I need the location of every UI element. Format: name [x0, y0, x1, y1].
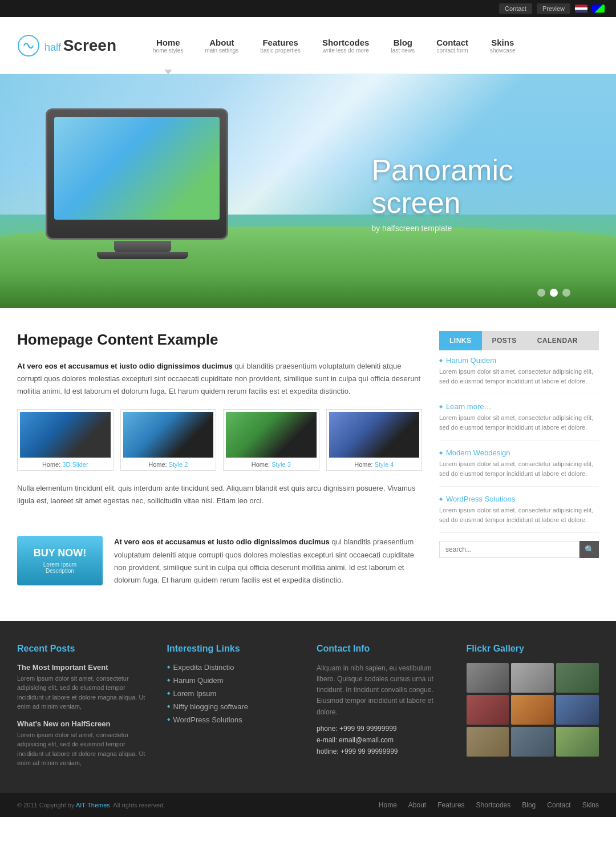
footer-link-0[interactable]: Expedita Distinctio — [167, 663, 300, 672]
footer-bottom: © 2011 Copyright by AIT-Themes. All righ… — [0, 793, 616, 817]
contact-phone: phone: +999 99 99999999 — [317, 725, 449, 733]
buy-text: At vero eos et accusamus et iusto odio d… — [114, 536, 422, 586]
nav-shortcodes[interactable]: Shortcodes write less do more — [320, 33, 372, 58]
footer-link-2[interactable]: Lorem Ipsum — [167, 689, 300, 698]
contact-email: e-mail: email@email.com — [317, 736, 449, 744]
buy-section: BUY NOW! Lorem Ipsum Description At vero… — [17, 524, 422, 597]
tv-stand — [114, 241, 171, 252]
footer-contact-heading: Contact Info — [317, 644, 449, 654]
footer-link-3[interactable]: Nifty blogging software — [167, 702, 300, 711]
hero-dots — [537, 289, 570, 297]
footer-post-desc-0: Lorem ipsum dolor sit amet, consectetur … — [17, 674, 150, 712]
sidebar-link-desc-0: Lorem ipsum dolor sit amet, consectetur … — [439, 367, 599, 386]
footer-contact: Contact Info Aliquam in nibh sapien, eu … — [317, 644, 449, 776]
thumb-item-1[interactable]: Home: Style 2 — [120, 409, 217, 471]
search-box: 🔍 — [439, 541, 599, 558]
flickr-thumb-5[interactable] — [511, 695, 554, 725]
tv-screen — [54, 117, 220, 220]
dot-2[interactable] — [550, 289, 558, 297]
hero-subtitle: by halfscreen template — [371, 224, 513, 233]
thumb-link-2[interactable]: Style 3 — [271, 461, 291, 468]
footer-nav-features[interactable]: Features — [437, 801, 464, 809]
footer-nav-blog[interactable]: Blog — [522, 801, 536, 809]
sidebar-link-title-1[interactable]: Learn more… — [439, 402, 599, 411]
flickr-thumb-1[interactable] — [467, 663, 509, 693]
footer-nav-shortcodes[interactable]: Shortcodes — [476, 801, 511, 809]
footer-links-heading: Interesting Links — [167, 644, 300, 654]
thumb-link-3[interactable]: Style 4 — [375, 461, 394, 468]
footer-links: Interesting Links Expedita Distinctio Ha… — [167, 644, 300, 776]
intro-text: At vero eos et accusamus et iusto odio d… — [17, 360, 422, 398]
main-nav: Home home styles About main settings Fea… — [151, 33, 517, 58]
dot-1[interactable] — [537, 289, 545, 297]
flickr-thumb-6[interactable] — [556, 695, 599, 725]
flag-us-icon[interactable] — [575, 5, 587, 13]
nav-skins[interactable]: Skins showcase — [488, 33, 517, 58]
flickr-thumb-8[interactable] — [511, 727, 554, 757]
buy-btn-sub: Lorem Ipsum Description — [31, 561, 88, 574]
flickr-thumb-4[interactable] — [467, 695, 509, 725]
thumb-label-3: Home: Style 4 — [329, 461, 420, 468]
sidebar-link-title-3[interactable]: WordPress Solutions — [439, 495, 599, 503]
flag-other-icon[interactable] — [592, 5, 605, 13]
logo-half-text: half — [44, 42, 61, 53]
sidebar-tabs: LINKS POSTS CALENDAR — [439, 331, 599, 350]
top-bar: Contact Preview — [0, 0, 616, 17]
body-text: Nulla elementum tincidunt elit, quis int… — [17, 482, 422, 507]
footer-nav-home[interactable]: Home — [379, 801, 397, 809]
sidebar-link-0: Harum Quidem Lorem ipsum dolor sit amet,… — [439, 356, 599, 394]
nav-features[interactable]: Features basic properties — [258, 33, 303, 58]
contact-hotline: hotline: +999 99 99999999 — [317, 747, 449, 755]
tv-frame — [46, 108, 228, 240]
footer-post-title-0: The Most Important Event — [17, 663, 150, 672]
dot-3[interactable] — [562, 289, 570, 297]
tab-links[interactable]: LINKS — [439, 331, 482, 350]
flickr-thumb-7[interactable] — [467, 727, 509, 757]
footer-nav-skins[interactable]: Skins — [582, 801, 599, 809]
hero-section: Panoramic screen by halfscreen template — [0, 74, 616, 308]
site-logo[interactable]: half Screen — [17, 34, 116, 57]
search-button[interactable]: 🔍 — [579, 541, 599, 558]
thumb-link-1[interactable]: Style 2 — [169, 461, 188, 468]
sidebar-link-3: WordPress Solutions Lorem ipsum dolor si… — [439, 495, 599, 533]
hero-title: Panoramic screen — [371, 154, 513, 219]
footer-bottom-nav: Home About Features Shortcodes Blog Cont… — [379, 801, 599, 809]
footer-post-desc-1: Lorem ipsum dolor sit amet, consectetur … — [17, 730, 150, 768]
footer-nav-contact[interactable]: Contact — [547, 801, 570, 809]
thumb-item-2[interactable]: Home: Style 3 — [223, 409, 319, 471]
sidebar-link-title-2[interactable]: Modern Webdesign — [439, 448, 599, 457]
nav-contact[interactable]: Contact contact form — [434, 33, 471, 58]
nav-blog[interactable]: Blog last news — [388, 33, 417, 58]
flickr-thumb-2[interactable] — [511, 663, 554, 693]
footer-grid: Recent Posts The Most Important Event Lo… — [17, 644, 599, 793]
content-left: Homepage Content Example At vero eos et … — [17, 331, 422, 598]
tab-calendar[interactable]: CALENDAR — [527, 331, 588, 350]
thumb-link-0[interactable]: 3D Slider — [62, 461, 88, 468]
main-content: Homepage Content Example At vero eos et … — [0, 308, 616, 621]
thumb-img-2 — [226, 412, 317, 458]
search-input[interactable] — [439, 541, 579, 558]
site-footer: Recent Posts The Most Important Event Lo… — [0, 621, 616, 793]
nav-about[interactable]: About main settings — [202, 33, 241, 58]
contact-top-btn[interactable]: Contact — [499, 3, 532, 14]
flickr-thumb-9[interactable] — [556, 727, 599, 757]
thumb-item-0[interactable]: Home: 3D Slider — [17, 409, 114, 471]
preview-top-btn[interactable]: Preview — [537, 3, 570, 14]
nav-home[interactable]: Home home styles — [151, 33, 185, 58]
footer-link-4[interactable]: WordPress Solutions — [167, 715, 300, 724]
footer-post-title-1: What's New on HalfScreen — [17, 719, 150, 728]
footer-brand-link[interactable]: AIT-Themes — [76, 802, 110, 809]
footer-flickr-heading: Flickr Gallery — [467, 644, 599, 654]
buy-now-button[interactable]: BUY NOW! Lorem Ipsum Description — [17, 536, 103, 585]
flickr-thumb-3[interactable] — [556, 663, 599, 693]
thumb-item-3[interactable]: Home: Style 4 — [326, 409, 423, 471]
tab-posts[interactable]: POSTS — [482, 331, 527, 350]
footer-nav-about[interactable]: About — [408, 801, 426, 809]
thumb-img-1 — [123, 412, 214, 458]
sidebar-link-desc-2: Lorem ipsum dolor sit amet, consectetur … — [439, 459, 599, 478]
flickr-grid — [467, 663, 599, 757]
sidebar-link-title-0[interactable]: Harum Quidem — [439, 356, 599, 365]
footer-link-1[interactable]: Harum Quidem — [167, 676, 300, 685]
sidebar-link-desc-3: Lorem ipsum dolor sit amet, consectetur … — [439, 506, 599, 524]
footer-recent-heading: Recent Posts — [17, 644, 150, 654]
